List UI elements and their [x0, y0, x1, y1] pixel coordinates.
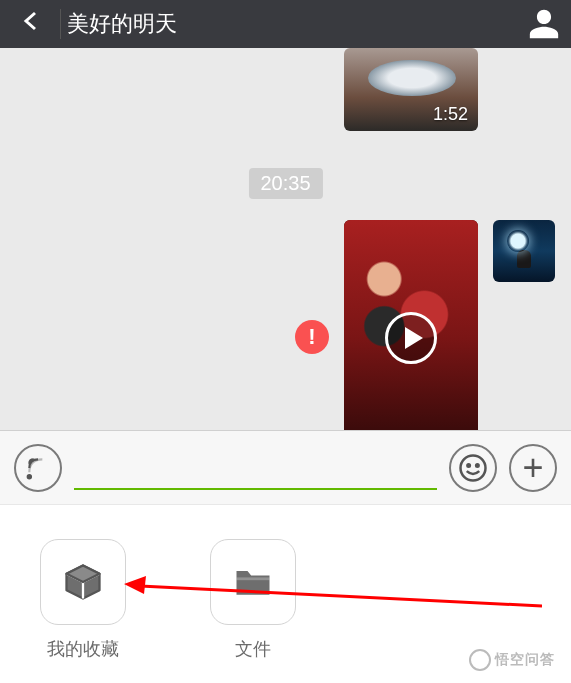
text-input[interactable]	[74, 488, 437, 490]
voice-input-button[interactable]	[14, 444, 62, 492]
folder-icon	[231, 560, 275, 604]
svg-point-0	[28, 475, 31, 478]
user-avatar[interactable]	[493, 220, 555, 282]
timestamp-divider: 20:35	[248, 168, 322, 199]
more-button[interactable]: +	[509, 444, 557, 492]
chat-header: 美好的明天	[0, 0, 571, 48]
input-toolbar: +	[0, 430, 571, 504]
back-button[interactable]	[10, 5, 54, 43]
panel-item-favorites[interactable]: 我的收藏	[40, 539, 126, 661]
video-duration: 1:52	[433, 104, 468, 125]
cube-icon	[61, 560, 105, 604]
svg-point-3	[476, 464, 479, 467]
watermark: 悟空问答	[469, 649, 555, 671]
send-failed-icon[interactable]: !	[295, 320, 329, 354]
chat-title: 美好的明天	[67, 9, 527, 39]
plus-icon: +	[522, 450, 543, 486]
svg-point-2	[467, 464, 470, 467]
play-icon	[385, 312, 437, 364]
panel-label: 我的收藏	[47, 637, 119, 661]
profile-icon[interactable]	[527, 7, 561, 41]
chat-message-area[interactable]: 1:52 20:35 ! 7:08	[0, 48, 571, 430]
video-message-1[interactable]: 1:52	[344, 48, 478, 131]
header-divider	[60, 9, 61, 39]
panel-item-files[interactable]: 文件	[210, 539, 296, 661]
emoji-button[interactable]	[449, 444, 497, 492]
svg-point-1	[461, 455, 486, 480]
panel-label: 文件	[235, 637, 271, 661]
svg-rect-4	[237, 577, 270, 580]
video-duration: 7:08	[433, 429, 468, 430]
video-message-2[interactable]: 7:08	[344, 220, 478, 430]
